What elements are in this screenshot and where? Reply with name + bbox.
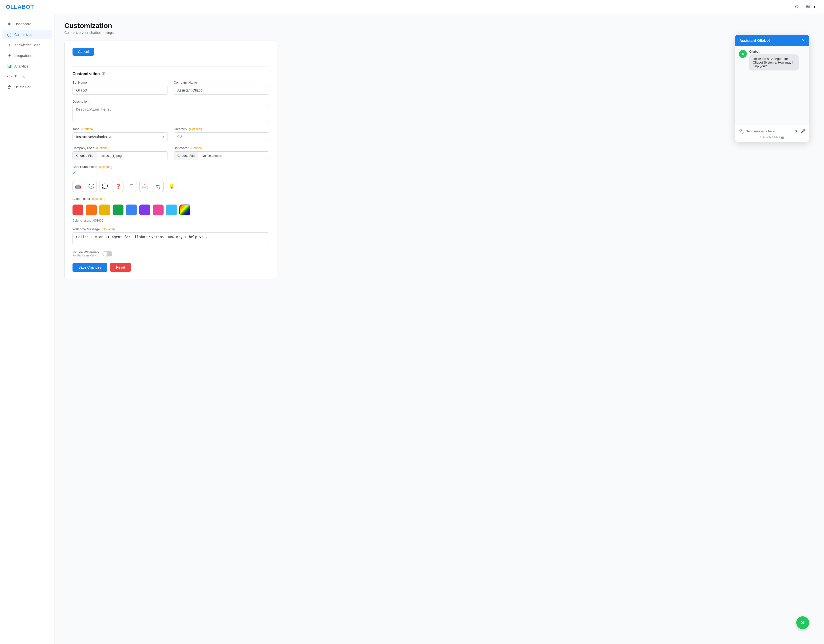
chat-float-button[interactable]: ✕ — [796, 616, 809, 629]
info-icon: ⓘ — [102, 72, 105, 76]
bubble-icon-0[interactable]: 🤖 — [72, 181, 83, 192]
color-swatch-lightblue[interactable] — [166, 204, 177, 215]
attach-button[interactable]: 📎 — [738, 128, 744, 134]
company-logo-choose-btn[interactable]: Choose File — [73, 152, 97, 160]
chat-preview-panel: Assistant Ollabot × A Ollabot Hello! I'm… — [735, 35, 809, 142]
tone-group: Tone (Optional) Instructive/Authoritativ… — [72, 127, 168, 141]
chat-send-button[interactable]: ➤ — [795, 128, 798, 134]
tone-select-wrapper: Instructive/Authoritative Friendly Profe… — [72, 132, 168, 141]
sidebar-label-dashboard: Dashboard — [14, 22, 31, 26]
color-swatch-rainbow[interactable] — [179, 204, 190, 215]
bot-avatar-label: Bot Avatar (Optional) — [174, 146, 269, 150]
chat-branding: Built with Ollabot 🤖 — [738, 136, 806, 139]
sidebar-item-embed[interactable]: <> Embed — [2, 72, 52, 81]
language-selector[interactable]: 🇺🇸 .. ▾ — [803, 4, 818, 10]
sidebar-item-analytics[interactable]: 📊 Analytics — [2, 61, 52, 71]
bubble-icon-5[interactable]: 📩 — [139, 181, 150, 192]
welcome-message-textarea[interactable]: Hello! I'm an AI Agent for Ollabot Syste… — [72, 233, 269, 245]
bubble-icon-2[interactable]: 💭 — [99, 181, 110, 192]
sidebar-item-delete-bot[interactable]: 🗑 Delete Bot — [2, 82, 52, 92]
sidebar-item-knowledge-base[interactable]: ↑ Knowledge Base — [2, 40, 52, 50]
chat-input-row: 📎 ➤ 🎤 — [738, 128, 806, 134]
section-title: Customization — [72, 72, 100, 76]
chat-bubble-content: Ollabot Hello! I'm an AI Agent for Ollab… — [749, 50, 799, 71]
sidebar-label-knowledge-base: Knowledge Base — [14, 43, 40, 47]
action-buttons: Save Changes Reset — [72, 263, 269, 272]
sidebar-item-dashboard[interactable]: ⊞ Dashboard — [2, 19, 52, 29]
lang-text: .. — [811, 5, 813, 9]
chat-bubble-group: Chat Bubble Icon (Optional) ✔ 🤖 💬 💭 ❓ 🗨 … — [72, 165, 269, 192]
bubble-icon-7[interactable]: 💡 — [166, 181, 177, 192]
creativity-input[interactable] — [174, 132, 269, 141]
color-swatch-purple[interactable] — [139, 204, 150, 215]
chat-mic-button[interactable]: 🎤 — [800, 128, 806, 134]
chat-footer: 📎 ➤ 🎤 Built with Ollabot 🤖 — [735, 125, 809, 142]
knowledge-base-icon: ↑ — [7, 43, 12, 47]
bot-name-input[interactable] — [72, 86, 168, 95]
color-swatch-orange[interactable] — [86, 204, 97, 215]
company-name-input[interactable] — [174, 86, 269, 95]
branding-icon: 🤖 — [781, 136, 784, 139]
bubble-icon-4[interactable]: 🗨 — [126, 181, 137, 192]
section-heading: Customization ⓘ — [72, 72, 269, 76]
sidebar: ⊞ Dashboard ◯ Customization ↑ Knowledge … — [0, 14, 54, 644]
reset-button[interactable]: Reset — [110, 263, 131, 272]
welcome-message-label: Welcome Message (Optional) — [72, 227, 269, 231]
color-swatch-red[interactable] — [72, 204, 83, 215]
integrations-icon: ✦ — [7, 53, 12, 58]
tone-select[interactable]: Instructive/Authoritative Friendly Profe… — [72, 132, 168, 141]
sidebar-label-integrations: Integrations — [14, 54, 32, 58]
company-logo-filename: eclipse (1).png — [97, 152, 125, 160]
logo: OLLABOT — [6, 4, 34, 10]
check-icon: ✔ — [72, 170, 269, 176]
cancel-button[interactable]: Cancel — [72, 48, 94, 56]
settings-icon-button[interactable]: ⚙ — [793, 3, 800, 11]
chat-message: Hello! I'm an AI Agent for Ollabot Syste… — [749, 54, 799, 71]
company-logo-label: Company Logo (Optional) — [72, 146, 168, 150]
color-swatch-pink[interactable] — [153, 204, 164, 215]
sidebar-item-customization[interactable]: ◯ Customization — [2, 30, 52, 39]
watermark-label-group: Include Watermark For Pro Users Only — [72, 250, 100, 257]
color-swatch-blue[interactable] — [126, 204, 137, 215]
chevron-down-icon: ▾ — [813, 5, 815, 9]
dashboard-icon: ⊞ — [7, 21, 12, 26]
creativity-label: Creativity (Optional) — [174, 127, 269, 131]
chat-text-input[interactable] — [746, 129, 793, 133]
page-subtitle: Customize your chatbot settings. — [65, 31, 814, 35]
creativity-group: Creativity (Optional) — [174, 127, 269, 141]
chat-message-row: A Ollabot Hello! I'm an AI Agent for Oll… — [739, 50, 805, 71]
bot-avatar-file-label[interactable]: Choose File No file chosen — [174, 151, 269, 160]
flag-icon: 🇺🇸 — [806, 5, 810, 9]
bot-avatar-filename: No file chosen — [198, 152, 225, 160]
bubble-icon-list: 🤖 💬 💭 ❓ 🗨 📩 🗯 💡 — [72, 181, 269, 192]
chat-close-button[interactable]: × — [802, 38, 805, 43]
toggle-slider — [103, 251, 112, 256]
bot-name-group: Bot Name — [72, 81, 168, 95]
top-header: OLLABOT ⚙ 🇺🇸 .. ▾ — [0, 0, 824, 14]
main-content: Customization Customize your chatbot set… — [54, 14, 824, 644]
save-changes-button[interactable]: Save Changes — [72, 263, 107, 272]
color-swatch-green[interactable] — [112, 204, 123, 215]
color-chosen-text: Color chosen: #008000 — [72, 219, 269, 222]
bot-avatar-choose-btn[interactable]: Choose File — [174, 152, 198, 160]
watermark-label: Include Watermark — [72, 250, 100, 254]
delete-bot-icon: 🗑 — [7, 85, 12, 89]
sidebar-label-customization: Customization — [14, 33, 36, 37]
bubble-icon-3[interactable]: ❓ — [112, 181, 123, 192]
watermark-sublabel: For Pro Users Only — [72, 254, 100, 257]
color-swatch-yellow[interactable] — [99, 204, 110, 215]
accent-color-group: Accent color (Optional) Colo — [72, 197, 269, 222]
sidebar-label-embed: Embed — [14, 75, 25, 79]
watermark-toggle[interactable] — [103, 251, 112, 256]
header-right: ⚙ 🇺🇸 .. ▾ — [793, 3, 818, 11]
company-logo-group: Company Logo (Optional) Choose File ecli… — [72, 146, 168, 160]
company-logo-file-label[interactable]: Choose File eclipse (1).png — [72, 151, 168, 160]
bubble-icon-1[interactable]: 💬 — [86, 181, 97, 192]
sidebar-label-delete-bot: Delete Bot — [14, 85, 31, 89]
chat-bubble-label: Chat Bubble Icon (Optional) — [72, 165, 269, 169]
sidebar-item-integrations[interactable]: ✦ Integrations — [2, 51, 52, 60]
chat-preview-title: Assistant Ollabot — [739, 38, 770, 43]
description-textarea[interactable] — [72, 105, 269, 122]
analytics-icon: 📊 — [7, 64, 12, 69]
bubble-icon-6[interactable]: 🗯 — [153, 181, 164, 192]
